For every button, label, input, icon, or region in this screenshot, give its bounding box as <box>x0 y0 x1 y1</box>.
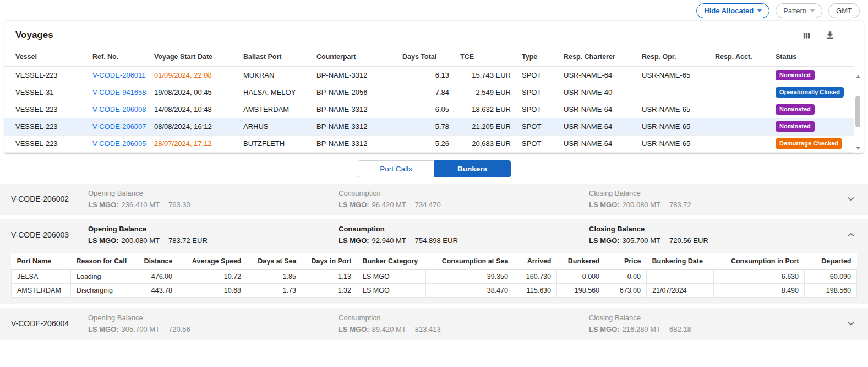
average-speed-cell: 10.72 <box>178 269 247 283</box>
col-header-port-name: Port Name <box>12 253 71 270</box>
consumption-balance: Consumption LS MGO: 96.420 MT 734.470 <box>339 189 589 209</box>
bunker-card-206002: V-CODE-206002 Opening Balance LS MGO: 23… <box>0 184 868 215</box>
start-date-cell: 08/08/2024, 16:12 <box>149 118 238 135</box>
arrived-cell: 115.630 <box>514 283 557 297</box>
status-cell: Nominated <box>770 118 854 135</box>
tab-port-calls[interactable]: Port Calls <box>358 160 434 177</box>
counterpart-cell: BP-NAME-3312 <box>311 101 397 118</box>
bunker-card-206003: V-CODE-206003 Opening Balance LS MGO: 20… <box>0 219 868 304</box>
col-header-ballast-port[interactable]: Ballast Port <box>238 47 311 67</box>
consumption-in-port-cell: 8.490 <box>714 283 805 297</box>
opening-balance: Opening Balance LS MGO: 236.410 MT 763.3… <box>88 189 339 209</box>
start-date-cell: 01/09/2024, 22:08 <box>149 67 238 84</box>
col-header-ref-no[interactable]: Ref. No. <box>87 47 149 67</box>
balance-label: Consumption <box>339 314 589 322</box>
tab-bunkers[interactable]: Bunkers <box>434 160 511 177</box>
bunker-card-header[interactable]: V-CODE-206002 Opening Balance LS MGO: 23… <box>11 189 857 209</box>
scroll-down-icon[interactable] <box>856 147 860 150</box>
days-at-sea-cell: 1.73 <box>247 283 302 297</box>
chevron-down-icon[interactable] <box>843 193 857 205</box>
ref-no-link[interactable]: V-CODE-206005 <box>87 135 149 152</box>
vessel-cell: VESSEL-223 <box>4 118 87 135</box>
port-name-cell: AMSTERDAM <box>12 283 71 297</box>
col-header-resp-opr[interactable]: Resp. Opr. <box>636 47 709 67</box>
resp-opr-cell: USR-NAME-65 <box>636 67 709 84</box>
status-cell: Operationally Closed <box>770 84 854 101</box>
ref-no-link[interactable]: V-CODE-941658 <box>87 84 149 101</box>
col-header-counterpart[interactable]: Counterpart <box>311 47 397 67</box>
port-call-row[interactable]: JELSA Loading 476.00 10.72 1.85 1.13 LS … <box>12 269 857 283</box>
col-header-resp-acct[interactable]: Resp. Acct. <box>709 47 770 67</box>
fuel-quantity: 200.080 MT <box>122 236 160 245</box>
col-header-type[interactable]: Type <box>516 47 558 67</box>
pattern-dropdown[interactable]: Pattern <box>776 3 822 18</box>
col-header-status[interactable]: Status <box>770 47 854 67</box>
ref-no-link[interactable]: V-CODE-206008 <box>87 101 149 118</box>
page-title: Voyages <box>15 30 53 41</box>
scrollbar-thumb[interactable] <box>855 96 860 127</box>
chevron-down-icon[interactable] <box>843 317 857 330</box>
vertical-scrollbar[interactable] <box>854 75 861 150</box>
tce-cell: 18,632 EUR <box>455 101 516 118</box>
days-total-cell: 5.26 <box>397 135 455 152</box>
col-header-days-at-sea: Days at Sea <box>247 253 302 270</box>
bunker-category-cell: LS MGO <box>357 283 426 297</box>
balance-label: Closing Balance <box>589 314 843 322</box>
view-tabs: Port Calls Bunkers <box>0 160 868 177</box>
col-header-tce[interactable]: TCE <box>455 47 516 67</box>
voyage-row[interactable]: VESSEL-223 V-CODE-206011 01/09/2024, 22:… <box>4 67 854 84</box>
resp-opr-cell <box>636 84 709 101</box>
columns-icon[interactable] <box>801 31 812 40</box>
fuel-label: LS MGO: <box>88 201 119 209</box>
bunker-card-header[interactable]: V-CODE-206003 Opening Balance LS MGO: 20… <box>11 225 857 245</box>
counterpart-cell: BP-NAME-3312 <box>311 67 397 84</box>
consumption-in-port-cell: 6.630 <box>714 269 805 283</box>
voyage-row[interactable]: VESSEL-31 V-CODE-941658 19/08/2024, 00:4… <box>4 84 854 101</box>
col-header-departed: Departed <box>805 253 857 270</box>
opening-balance: Opening Balance LS MGO: 200.080 MT 783.7… <box>88 225 339 245</box>
status-badge: Nominated <box>776 121 815 132</box>
col-header-consumption-at-sea: Consumption at Sea <box>426 253 514 270</box>
balance-label: Opening Balance <box>88 314 339 322</box>
chevron-up-icon[interactable] <box>843 229 857 241</box>
type-cell: SPOT <box>516 135 558 152</box>
col-header-resp-charterer[interactable]: Resp. Charterer <box>558 47 636 67</box>
voyage-row-selected[interactable]: VESSEL-223 V-CODE-206007 08/08/2024, 16:… <box>4 118 854 135</box>
voyage-code: V-CODE-206004 <box>11 319 88 328</box>
ballast-port-cell: HALSA, MELOY <box>238 84 311 101</box>
price-cell: 0.00 <box>605 269 647 283</box>
scrollbar-track[interactable] <box>854 78 861 147</box>
port-calls-header-row: Port Name Reason for Call Distance Avera… <box>12 253 857 270</box>
col-header-vessel[interactable]: Vessel <box>4 47 87 67</box>
col-header-bunkered: Bunkered <box>557 253 605 270</box>
price-cell: 673.00 <box>605 283 647 297</box>
port-call-row[interactable]: AMSTERDAM Discharging 443.78 10.68 1.73 … <box>12 283 857 297</box>
download-icon[interactable] <box>825 30 835 40</box>
bunkering-date-cell <box>647 269 714 283</box>
resp-opr-cell: USR-NAME-65 <box>636 101 709 118</box>
top-toolbar: Hide Allocated Pattern GMT <box>0 0 868 21</box>
col-header-start-date[interactable]: Voyage Start Date <box>149 47 238 67</box>
counterpart-cell: BP-NAME-3312 <box>311 118 397 135</box>
table-actions <box>801 30 835 40</box>
fuel-label: LS MGO: <box>88 325 119 333</box>
voyage-row[interactable]: VESSEL-223 V-CODE-206005 28/07/2024, 17:… <box>4 135 854 152</box>
hide-allocated-dropdown[interactable]: Hide Allocated <box>696 3 769 18</box>
reason-cell: Loading <box>71 269 137 283</box>
col-header-arrived: Arrived <box>514 253 557 270</box>
gmt-button[interactable]: GMT <box>828 3 860 18</box>
type-cell: SPOT <box>516 84 558 101</box>
col-header-days-total[interactable]: Days Total <box>397 47 455 67</box>
fuel-amount: 754.898 EUR <box>415 236 458 245</box>
counterpart-cell: BP-NAME-2056 <box>311 84 397 101</box>
ref-no-link[interactable]: V-CODE-206011 <box>87 67 149 84</box>
ref-no-link[interactable]: V-CODE-206007 <box>87 118 149 135</box>
days-total-cell: 7.84 <box>397 84 455 101</box>
hide-allocated-label: Hide Allocated <box>704 7 754 15</box>
status-badge: Nominated <box>776 70 815 80</box>
status-cell: Nominated <box>770 67 854 84</box>
col-header-average-speed: Average Speed <box>178 253 247 270</box>
fuel-amount: 763.30 <box>168 201 190 209</box>
bunker-card-header[interactable]: V-CODE-206004 Opening Balance LS MGO: 30… <box>11 314 857 333</box>
voyage-row[interactable]: VESSEL-223 V-CODE-206008 14/08/2024, 10:… <box>4 101 854 118</box>
